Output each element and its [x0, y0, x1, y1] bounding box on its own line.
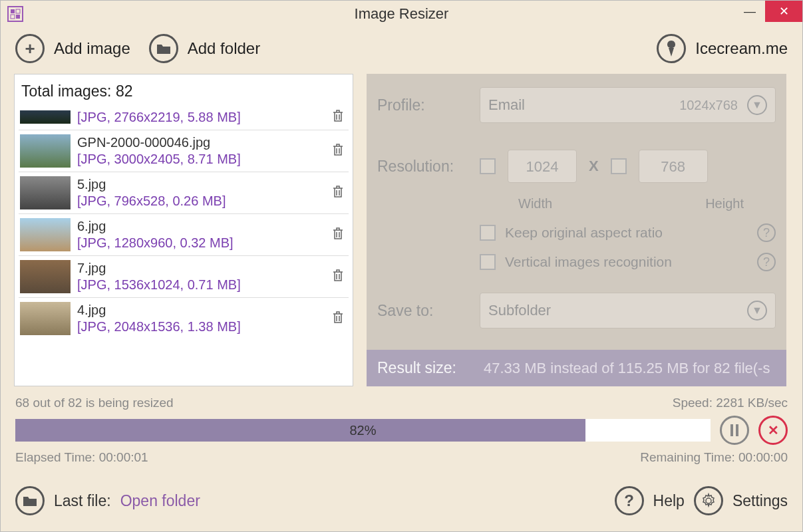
save-to-label: Save to:	[377, 302, 470, 320]
file-row[interactable]: 6.jpg [JPG, 1280x960, 0.32 MB]	[19, 213, 349, 255]
delete-icon[interactable]	[331, 184, 347, 201]
file-row[interactable]: 4.jpg [JPG, 2048x1536, 1.38 MB]	[19, 297, 349, 339]
chevron-down-icon: ▼	[747, 95, 767, 115]
keep-aspect-label: Keep original aspect ratio	[505, 225, 663, 241]
thumbnail	[20, 302, 71, 335]
file-row[interactable]: GPN-2000-000046.jpg [JPG, 3000x2405, 8.7…	[19, 130, 349, 172]
delete-icon[interactable]	[331, 310, 347, 327]
result-size-text: 47.33 MB instead of 115.25 MB for 82 fil…	[484, 360, 770, 377]
file-meta: [JPG, 3000x2405, 8.71 MB]	[77, 152, 325, 167]
delete-icon[interactable]	[331, 268, 347, 285]
window-title: Image Resizer	[355, 5, 449, 23]
brand-link[interactable]: Icecream.me	[657, 34, 788, 63]
settings-button[interactable]: Settings	[732, 492, 788, 510]
profile-label: Profile:	[377, 96, 470, 114]
file-list[interactable]: [JPG, 2766x2219, 5.88 MB] GPN-2000-00004…	[19, 104, 349, 339]
progress-bar: 82%	[15, 419, 711, 442]
vertical-recognition-checkbox[interactable]	[480, 254, 496, 270]
svg-rect-2	[16, 9, 20, 13]
add-folder-button[interactable]: Add folder	[149, 34, 260, 63]
titlebar: Image Resizer — ✕	[1, 1, 802, 27]
open-folder-link[interactable]: Open folder	[120, 492, 200, 510]
minimize-button[interactable]: —	[734, 1, 765, 22]
file-row[interactable]: [JPG, 2766x2219, 5.88 MB]	[19, 104, 349, 130]
add-image-label: Add image	[54, 39, 130, 58]
thumbnail	[20, 134, 71, 168]
image-list-panel: Total images: 82 [JPG, 2766x2219, 5.88 M…	[14, 74, 353, 386]
svg-rect-4	[730, 424, 733, 436]
thumbnail	[20, 110, 71, 124]
close-button[interactable]: ✕	[765, 1, 802, 22]
delete-icon[interactable]	[331, 108, 347, 126]
file-meta: [JPG, 796x528, 0.26 MB]	[77, 194, 325, 209]
svg-rect-0	[11, 9, 15, 13]
plus-icon: +	[15, 34, 45, 63]
help-icon[interactable]: ?	[757, 223, 776, 242]
settings-panel: Profile: Email 1024x768 ▼ Resolution: 10…	[367, 74, 786, 386]
remaining-time-text: Remaining Time: 00:00:00	[640, 450, 788, 465]
svg-rect-3	[11, 15, 15, 19]
thumbnail	[20, 176, 71, 209]
file-name: 7.jpg	[77, 261, 325, 276]
progress-section: 68 out of 82 is being resized Speed: 228…	[1, 386, 802, 469]
thumbnail	[20, 260, 71, 293]
file-row[interactable]: 5.jpg [JPG, 796x528, 0.26 MB]	[19, 172, 349, 213]
resolution-label: Resolution:	[377, 158, 470, 176]
keep-aspect-checkbox[interactable]	[480, 225, 496, 241]
progress-speed-text: Speed: 2281 KB/sec	[673, 396, 788, 410]
svg-rect-1	[16, 15, 20, 19]
height-label: Height	[705, 196, 744, 211]
folder-icon	[149, 34, 178, 63]
file-row[interactable]: 7.jpg [JPG, 1536x1024, 0.71 MB]	[19, 255, 349, 297]
file-meta: [JPG, 1536x1024, 0.71 MB]	[77, 277, 325, 293]
file-meta: [JPG, 1280x960, 0.32 MB]	[77, 235, 325, 251]
file-name: 6.jpg	[77, 219, 325, 234]
progress-status-text: 68 out of 82 is being resized	[15, 396, 174, 410]
help-icon: ?	[615, 486, 644, 515]
save-to-dropdown[interactable]: Subfolder ▼	[480, 293, 776, 329]
add-image-button[interactable]: + Add image	[15, 34, 130, 63]
result-size-bar: Result size: 47.33 MB instead of 115.25 …	[367, 350, 786, 386]
app-icon	[7, 6, 23, 22]
dimension-separator: X	[589, 158, 599, 175]
icecream-icon	[657, 34, 686, 63]
delete-icon[interactable]	[331, 226, 347, 243]
chevron-down-icon: ▼	[747, 301, 767, 321]
help-icon[interactable]: ?	[757, 253, 776, 271]
toolbar: + Add image Add folder Icecream.me	[1, 27, 802, 74]
file-name: GPN-2000-000046.jpg	[77, 135, 325, 150]
file-name: 4.jpg	[77, 303, 325, 318]
footer: Last file: Open folder ? Help Settings	[1, 469, 802, 522]
width-label: Width	[518, 196, 552, 211]
vertical-recognition-label: Vertical images recognition	[505, 254, 672, 270]
add-folder-label: Add folder	[188, 39, 260, 58]
last-file-label: Last file:	[54, 492, 111, 510]
gear-icon	[694, 486, 723, 515]
width-input[interactable]: 1024	[508, 150, 577, 183]
progress-fill	[15, 419, 585, 442]
file-meta: [JPG, 2766x2219, 5.88 MB]	[77, 110, 325, 125]
delete-icon[interactable]	[331, 142, 347, 160]
elapsed-time-text: Elapsed Time: 00:00:01	[15, 450, 148, 465]
width-lock-checkbox[interactable]	[480, 158, 496, 174]
profile-dimensions: 1024x768	[679, 98, 738, 113]
help-button[interactable]: Help	[653, 492, 685, 510]
profile-value: Email	[488, 96, 525, 114]
profile-dropdown[interactable]: Email 1024x768 ▼	[480, 87, 776, 123]
svg-rect-5	[736, 424, 738, 436]
file-name: 5.jpg	[77, 177, 325, 192]
window-controls: — ✕	[734, 1, 802, 22]
progress-percent: 82%	[349, 423, 376, 438]
height-lock-checkbox[interactable]	[611, 158, 627, 174]
folder-icon	[15, 486, 45, 515]
brand-label: Icecream.me	[695, 39, 788, 58]
thumbnail	[20, 218, 71, 251]
result-size-label: Result size:	[377, 359, 470, 377]
file-meta: [JPG, 2048x1536, 1.38 MB]	[77, 319, 325, 334]
pause-button[interactable]	[720, 416, 749, 445]
cancel-button[interactable]: ✕	[758, 416, 788, 445]
total-count-label: Total images: 82	[19, 80, 349, 104]
height-input[interactable]: 768	[639, 150, 708, 183]
save-to-value: Subfolder	[488, 302, 551, 319]
